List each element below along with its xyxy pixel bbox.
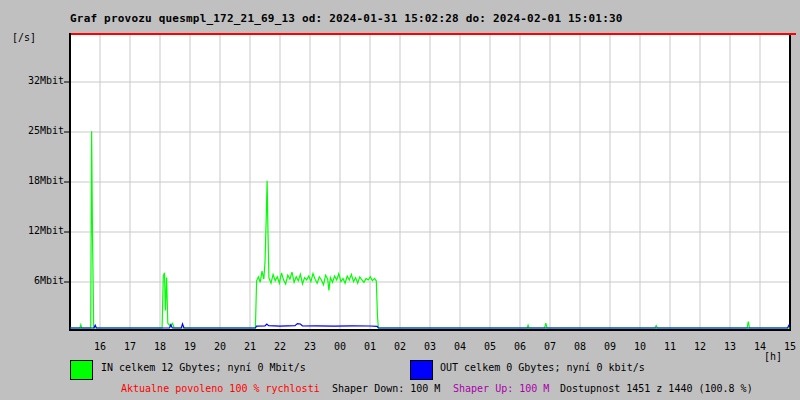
page-title: Graf provozu quesmpl_172_21_69_13 od: 20… xyxy=(70,12,623,25)
x-tick-label: 20 xyxy=(207,341,233,352)
shaper-up-status: Shaper Up: 100 M xyxy=(453,383,549,394)
x-tick-label: 01 xyxy=(357,341,383,352)
x-tick-label: 16 xyxy=(87,341,113,352)
allowed-speed-status: Aktualne povoleno 100 % rychlosti xyxy=(121,383,320,394)
x-tick-label: 03 xyxy=(417,341,443,352)
x-tick-label: 13 xyxy=(717,341,743,352)
availability-status: Dostupnost 1451 z 1440 (100.8 %) xyxy=(560,383,753,394)
x-tick-label: 22 xyxy=(267,341,293,352)
x-tick-label: 07 xyxy=(537,341,563,352)
x-tick-label: 10 xyxy=(627,341,653,352)
x-tick-label: 17 xyxy=(117,341,143,352)
out-series-swatch xyxy=(410,360,433,380)
x-tick-label: 04 xyxy=(447,341,473,352)
x-tick-label: 06 xyxy=(507,341,533,352)
x-tick-label: 00 xyxy=(327,341,353,352)
y-tick-label: 32Mbit xyxy=(4,75,64,87)
x-tick-label: 09 xyxy=(597,341,623,352)
y-tick-label: 25Mbit xyxy=(4,125,64,137)
x-tick-label: 02 xyxy=(387,341,413,352)
x-tick-label: 19 xyxy=(177,341,203,352)
shaper-down-status: Shaper Down: 100 M xyxy=(332,383,440,394)
x-tick-label: 18 xyxy=(147,341,173,352)
out-series-legend-label: OUT celkem 0 Gbytes; nyní 0 kbit/s xyxy=(440,362,645,373)
x-tick-label: 08 xyxy=(567,341,593,352)
traffic-chart-plot xyxy=(63,31,796,333)
y-tick-label: 18Mbit xyxy=(4,175,64,187)
y-axis-unit-label: [/s] xyxy=(12,32,36,43)
traffic-graph-window: Graf provozu quesmpl_172_21_69_13 od: 20… xyxy=(0,0,800,400)
x-tick-label: 21 xyxy=(237,341,263,352)
x-tick-label: 11 xyxy=(657,341,683,352)
x-tick-label: 05 xyxy=(477,341,503,352)
in-series-legend-label: IN celkem 12 Gbytes; nyní 0 Mbit/s xyxy=(101,362,306,373)
x-tick-label: 23 xyxy=(297,341,323,352)
x-axis-unit-label: [h] xyxy=(764,351,782,362)
y-tick-label: 12Mbit xyxy=(4,225,64,237)
x-tick-label: 12 xyxy=(687,341,713,352)
y-tick-label: 6Mbit xyxy=(4,275,64,287)
in-series-swatch xyxy=(70,360,93,380)
